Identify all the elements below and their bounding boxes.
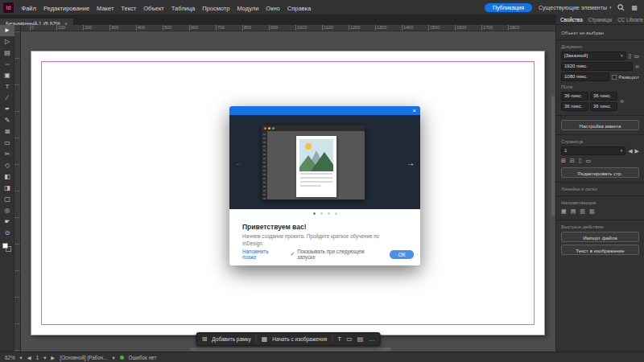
close-icon[interactable]: × bbox=[412, 106, 416, 115]
page-portrait-icon[interactable]: ▯ bbox=[579, 157, 582, 165]
pencil-tool-icon[interactable]: ✎ bbox=[0, 115, 14, 126]
margin-fields: 36 пикс.36 пикс.36 пикс.36 пикс. bbox=[561, 92, 617, 111]
vertical-ruler[interactable] bbox=[14, 31, 21, 352]
scissors-tool-icon[interactable]: ✂ bbox=[0, 149, 14, 160]
remind-later-link[interactable]: Напомнить позже bbox=[242, 249, 283, 260]
gradient-feather-tool-icon[interactable]: ◨ bbox=[0, 183, 14, 194]
margin-field-2[interactable]: 36 пикс. bbox=[561, 102, 588, 111]
selection-tool-icon[interactable]: ► bbox=[0, 25, 14, 36]
ok-button[interactable]: ОК bbox=[390, 250, 414, 259]
note-tool-icon[interactable]: ▢ bbox=[0, 194, 14, 205]
margin-field-1[interactable]: 36 пикс. bbox=[590, 92, 617, 101]
menu-item-6[interactable]: Просмотр bbox=[199, 2, 233, 16]
preflight-profile[interactable]: [Основной] (Рабоч... bbox=[60, 355, 107, 360]
start-with-image-button[interactable]: Начать с изображения bbox=[272, 336, 327, 342]
pen-tool-icon[interactable]: ✒ bbox=[0, 104, 14, 115]
adjust-layout-button[interactable]: Настройка макета bbox=[561, 120, 639, 130]
page-number-select[interactable]: 1 ▾ bbox=[561, 146, 625, 155]
type-tool-shortcut-icon[interactable]: T bbox=[337, 335, 341, 343]
more-options-icon[interactable]: … bbox=[368, 335, 374, 343]
line-tool-icon[interactable]: ∕ bbox=[0, 93, 14, 104]
quick-action-button-1[interactable]: Текст в изображение bbox=[561, 245, 639, 255]
document-shortcut-icon[interactable]: ▤ bbox=[357, 335, 364, 343]
carousel-dot-2[interactable] bbox=[328, 212, 330, 215]
tab-pages[interactable]: Страницы bbox=[588, 17, 613, 23]
tab-properties[interactable]: Свойства bbox=[560, 17, 583, 23]
chevron-down-icon[interactable]: ▾ bbox=[43, 355, 46, 360]
page-tool-icon[interactable]: ▤ bbox=[0, 47, 14, 59]
chevron-down-icon[interactable]: ▾ bbox=[112, 355, 114, 360]
carousel-next-icon[interactable]: → bbox=[407, 158, 415, 167]
zoom-tool-icon[interactable]: ⊙ bbox=[0, 228, 14, 239]
divider bbox=[556, 220, 644, 220]
height-field[interactable]: 1080 пикс. bbox=[561, 72, 609, 81]
page-spread-icon[interactable]: ▭ bbox=[586, 157, 592, 165]
edit-master-page-button[interactable]: Редактировать стр. bbox=[561, 167, 639, 178]
gradient-tool-icon[interactable]: ◧ bbox=[0, 171, 14, 183]
margin-field-3[interactable]: 36 пикс. bbox=[590, 102, 617, 111]
fill-swatch[interactable] bbox=[2, 243, 8, 249]
menu-item-9[interactable]: Справка bbox=[283, 2, 314, 16]
previous-page-icon[interactable]: ◀ bbox=[27, 355, 31, 360]
delete-page-icon[interactable]: ⊟ bbox=[570, 157, 575, 165]
add-frame-button[interactable]: Добавить рамку bbox=[212, 336, 250, 342]
next-page-icon[interactable]: ▶ bbox=[51, 355, 55, 360]
dialog-footer: Напомнить позже ✓ Показывать при следующ… bbox=[242, 249, 414, 260]
menu-item-7[interactable]: Модули bbox=[233, 2, 262, 16]
carousel-dot-1[interactable] bbox=[320, 212, 323, 215]
orientation-portrait-icon[interactable]: ▯ bbox=[629, 52, 632, 60]
facing-pages-checkbox[interactable]: Разворот bbox=[612, 75, 639, 80]
tools-list: ►▷▤⇔▣T∕✒✎⊠▭✂◇◧◨▢◎☛⊙ bbox=[0, 25, 14, 239]
eyedropper-tool-icon[interactable]: ◎ bbox=[0, 205, 14, 216]
link-dimensions-icon[interactable]: ∞ bbox=[635, 63, 639, 71]
guides-lock-icon[interactable]: ▧ bbox=[589, 208, 595, 216]
frame-shortcut-icon[interactable]: ▭ bbox=[346, 335, 353, 343]
menu-item-2[interactable]: Макет bbox=[93, 2, 118, 16]
workspace-grid-icon[interactable]: ▦ bbox=[631, 4, 638, 11]
show-on-startup-checkbox[interactable]: ✓ Показывать при следующем запуске bbox=[290, 249, 383, 260]
baseline-grid-icon[interactable]: ▤ bbox=[571, 208, 576, 216]
divider bbox=[556, 195, 644, 196]
carousel-prev-icon[interactable]: ← bbox=[235, 158, 243, 167]
status-bar: 62% ▾ ◀ 1 ▾ ▶ [Основной] (Рабоч... ▾ Оши… bbox=[0, 352, 644, 362]
zoom-level[interactable]: 62% bbox=[5, 355, 15, 360]
menu-item-4[interactable]: Объект bbox=[140, 2, 168, 16]
gap-tool-icon[interactable]: ⇔ bbox=[0, 59, 14, 70]
menu-item-5[interactable]: Таблица bbox=[167, 2, 198, 16]
smart-guides-icon[interactable]: ▦ bbox=[561, 208, 567, 216]
rectangle-tool-icon[interactable]: ▭ bbox=[0, 138, 14, 149]
hand-tool-icon[interactable]: ☛ bbox=[0, 216, 14, 228]
workspace-switcher[interactable]: Существующие элементы ▾ bbox=[539, 5, 611, 10]
menu-item-3[interactable]: Текст bbox=[118, 2, 140, 16]
menu-item-0[interactable]: Файл bbox=[18, 2, 39, 16]
menu-item-1[interactable]: Редактирование bbox=[39, 2, 93, 16]
tab-cc-libraries[interactable]: CC Librarie bbox=[617, 17, 643, 23]
chevron-down-icon[interactable]: ▾ bbox=[20, 355, 23, 360]
menu-item-8[interactable]: Окно bbox=[262, 2, 283, 16]
margin-field-0[interactable]: 36 пикс. bbox=[561, 92, 588, 101]
direct-selection-tool-icon[interactable]: ▷ bbox=[0, 36, 14, 47]
link-margins-icon[interactable]: ∞ bbox=[620, 97, 624, 105]
width-field[interactable]: 1920 пикс. bbox=[561, 62, 633, 71]
free-transform-tool-icon[interactable]: ◇ bbox=[0, 160, 14, 171]
rectangle-frame-tool-icon[interactable]: ⊠ bbox=[0, 126, 14, 138]
fill-stroke-swatches[interactable] bbox=[0, 241, 14, 256]
next-page-icon[interactable]: ▶ bbox=[635, 147, 639, 155]
previous-page-icon[interactable]: ◀ bbox=[628, 147, 632, 155]
publish-button[interactable]: Публикация bbox=[485, 3, 532, 12]
horizontal-scrollbar[interactable] bbox=[190, 348, 391, 351]
orientation-landscape-icon[interactable]: ▭ bbox=[634, 52, 639, 60]
app-logo-icon: Id bbox=[3, 2, 14, 13]
carousel-dot-0[interactable] bbox=[313, 212, 316, 215]
document-grid-icon[interactable]: ▥ bbox=[580, 208, 585, 216]
add-page-icon[interactable]: ⊞ bbox=[561, 157, 566, 165]
vertical-scrollbar[interactable] bbox=[551, 96, 555, 216]
content-collector-tool-icon[interactable]: ▣ bbox=[0, 70, 14, 81]
type-tool-icon[interactable]: T bbox=[0, 81, 14, 93]
quick-action-button-0[interactable]: Импорт файла bbox=[561, 232, 639, 242]
search-icon[interactable] bbox=[617, 4, 625, 11]
horizontal-ruler[interactable]: 0100200300400500600700800900100011001200… bbox=[21, 25, 555, 31]
page-number-field[interactable]: 1 bbox=[36, 355, 39, 360]
page-size-preset-select[interactable]: [Заказной] ▾ bbox=[561, 51, 626, 60]
carousel-dot-3[interactable] bbox=[335, 212, 337, 215]
